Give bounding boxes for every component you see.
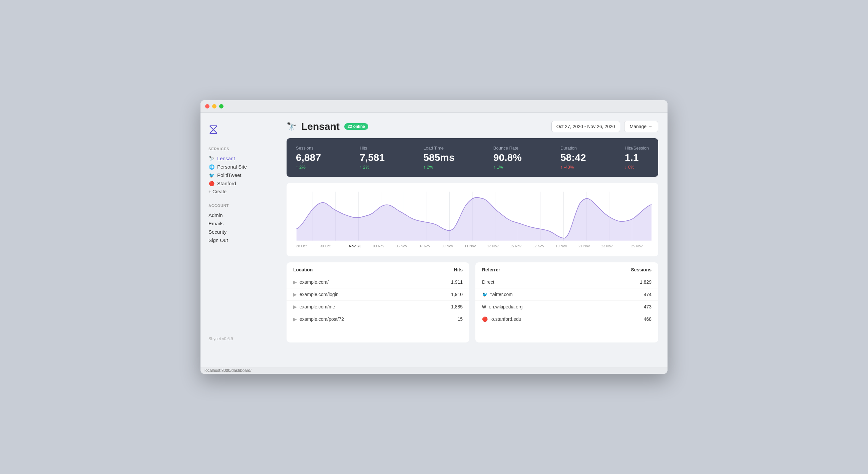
sidebar-item-polititweet-label: PolitiTweet (217, 172, 242, 178)
svg-text:11 Nov: 11 Nov (464, 244, 476, 248)
svg-text:25 Nov: 25 Nov (631, 244, 643, 248)
stat-loadtime-change: ↑ 2% (423, 165, 454, 170)
row-left: ▶ example.com/post/72 (293, 317, 344, 322)
referrer-table: Referrer Sessions Direct 1,829 🐦 (475, 262, 658, 343)
sidebar-item-stanford[interactable]: 🔴 Stanford (209, 179, 269, 187)
stat-duration-label: Duration (560, 146, 586, 151)
sidebar-item-personal-site-label: Personal Site (217, 164, 247, 170)
sessions-value: 468 (644, 317, 651, 322)
area-chart: 28 Oct 30 Oct Nov '20 03 Nov 05 Nov 07 N… (293, 188, 651, 253)
hits-value: 1,911 (451, 279, 463, 285)
services-section-label: SERVICES (209, 147, 269, 151)
location-table: Location Hits ▶ example.com/ 1,911 (286, 262, 469, 343)
sidebar-item-lensant-label: Lensant (217, 155, 235, 161)
signout-label: Sign Out (209, 237, 228, 243)
table-row: ▶ example.com/ 1,911 (286, 276, 469, 288)
stat-loadtime: Load Time 585ms ↑ 2% (423, 146, 454, 170)
sessions-value: 1,829 (640, 279, 651, 285)
date-range-display[interactable]: Oct 27, 2020 - Nov 26, 2020 (551, 121, 620, 132)
referrer-name: twitter.com (490, 292, 513, 297)
sidebar: ⧖ SERVICES 🔭 Lensant 🌐 Personal Site 🐦 P… (200, 113, 277, 351)
referrer-table-header: Referrer Sessions (475, 262, 658, 276)
referrer-table-scroll[interactable]: Direct 1,829 🐦 twitter.com 474 (475, 276, 658, 343)
stat-loadtime-value: 585ms (423, 152, 454, 162)
stat-sessions: Sessions 6,887 ↑ 2% (296, 146, 321, 170)
version-label: Shynet v0.6.9 (209, 330, 269, 341)
row-arrow-icon: ▶ (293, 292, 297, 297)
app-window: ⧖ SERVICES 🔭 Lensant 🌐 Personal Site 🐦 P… (200, 100, 668, 374)
svg-text:13 Nov: 13 Nov (487, 244, 499, 248)
stat-duration-value: 58:42 (560, 152, 586, 162)
url-text: example.com/me (300, 304, 335, 309)
table-row: Direct 1,829 (475, 276, 658, 288)
sidebar-item-emails[interactable]: Emails (209, 219, 269, 228)
header-app-icon: 🔭 (286, 122, 297, 131)
titlebar (200, 100, 668, 113)
account-section-label: ACCOUNT (209, 204, 269, 208)
stat-duration: Duration 58:42 ↑ -43% (560, 146, 586, 170)
row-arrow-icon: ▶ (293, 317, 297, 322)
stat-hitssession-label: Hits/Session (625, 146, 649, 151)
sidebar-item-lensant[interactable]: 🔭 Lensant (209, 154, 269, 162)
stat-hitssession: Hits/Session 1.1 ↓ 0% (625, 146, 649, 170)
maximize-button[interactable] (219, 104, 223, 109)
create-service-button[interactable]: + Create (209, 187, 269, 196)
stat-bouncerate-value: 90.8% (493, 152, 522, 162)
chart-card: 28 Oct 30 Oct Nov '20 03 Nov 05 Nov 07 N… (286, 183, 658, 256)
svg-text:15 Nov: 15 Nov (510, 244, 521, 248)
sidebar-item-polititweet[interactable]: 🐦 PolitiTweet (209, 171, 269, 179)
stat-hitssession-value: 1.1 (625, 152, 649, 162)
close-button[interactable] (205, 104, 210, 109)
svg-text:07 Nov: 07 Nov (418, 244, 430, 248)
stat-loadtime-label: Load Time (423, 146, 454, 151)
create-label: + Create (209, 189, 226, 194)
row-left: ▶ example.com/login (293, 292, 339, 297)
minimize-button[interactable] (212, 104, 217, 109)
sidebar-item-security[interactable]: Security (209, 228, 269, 236)
sessions-value: 473 (644, 304, 651, 309)
referrer-name: io.stanford.edu (490, 317, 521, 322)
stat-duration-change: ↑ -43% (560, 165, 586, 170)
security-label: Security (209, 229, 226, 235)
svg-text:03 Nov: 03 Nov (373, 244, 384, 248)
hits-value: 1,910 (451, 292, 463, 297)
referrer-name: Direct (482, 279, 494, 285)
location-col-header: Location (293, 267, 313, 272)
table-row: ▶ example.com/post/72 15 (286, 313, 469, 325)
table-row: 🐦 twitter.com 474 (475, 288, 658, 301)
svg-text:30 Oct: 30 Oct (320, 244, 331, 248)
page-title: Lensant (301, 121, 340, 132)
stat-hits-value: 7,581 (360, 152, 384, 162)
main-content: 🔭 Lensant 22 online Oct 27, 2020 - Nov 2… (277, 113, 668, 351)
stat-bouncerate-change: ↑ 1% (493, 165, 522, 170)
stat-sessions-value: 6,887 (296, 152, 321, 162)
hits-value: 1,885 (451, 304, 463, 309)
referrer-col-header: Referrer (482, 267, 500, 272)
url-text: example.com/post/72 (300, 317, 344, 322)
stats-card: Sessions 6,887 ↑ 2% Hits 7,581 ↑ 2% Load… (286, 138, 658, 177)
stat-sessions-change: ↑ 2% (296, 165, 321, 170)
stat-hits: Hits 7,581 ↑ 2% (360, 146, 384, 170)
admin-label: Admin (209, 212, 223, 218)
bottom-tables: Location Hits ▶ example.com/ 1,911 (286, 262, 658, 343)
row-left: 🐦 twitter.com (482, 292, 513, 297)
table-row: W en.wikipedia.org 473 (475, 301, 658, 313)
row-left: W en.wikipedia.org (482, 304, 522, 309)
sidebar-item-personal-site[interactable]: 🌐 Personal Site (209, 162, 269, 171)
url-bar: localhost:8000/dashboard/ (200, 367, 668, 374)
online-badge: 22 online (344, 123, 368, 130)
sessions-value: 474 (644, 292, 651, 297)
sidebar-item-admin[interactable]: Admin (209, 211, 269, 219)
location-table-header: Location Hits (286, 262, 469, 276)
svg-text:05 Nov: 05 Nov (396, 244, 407, 248)
location-table-scroll[interactable]: ▶ example.com/ 1,911 ▶ example.com/login… (286, 276, 469, 343)
twitter-icon: 🐦 (482, 292, 488, 297)
manage-button[interactable]: Manage → (624, 121, 658, 132)
row-arrow-icon: ▶ (293, 304, 297, 309)
row-left: ▶ example.com/ (293, 279, 329, 285)
row-left: 🔴 io.stanford.edu (482, 317, 521, 322)
polititweet-icon: 🐦 (209, 173, 215, 178)
personal-site-icon: 🌐 (209, 164, 215, 170)
sidebar-item-signout[interactable]: Sign Out (209, 236, 269, 244)
stat-hits-change: ↑ 2% (360, 165, 384, 170)
